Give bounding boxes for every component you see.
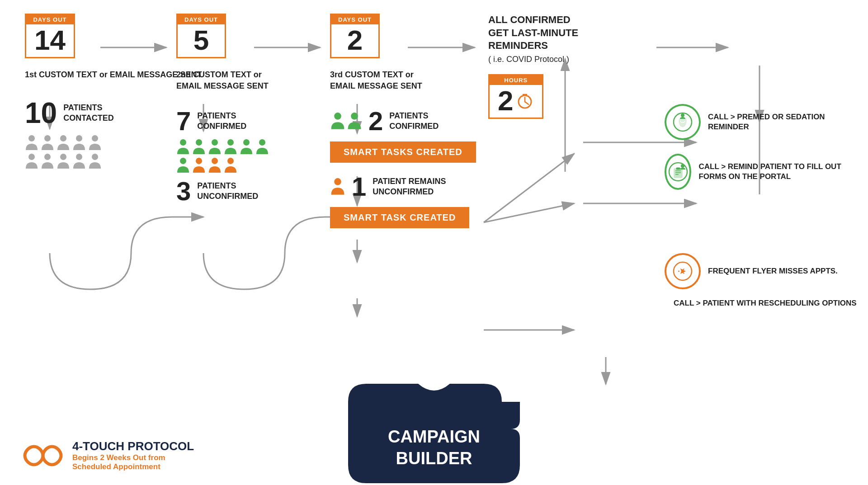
svg-point-44	[334, 178, 341, 185]
hours-badge: HOURS 2	[488, 74, 543, 119]
person-icon	[57, 153, 70, 170]
col1-stat: 10 PATIENTSCONTACTED	[25, 99, 202, 127]
smart-task-button[interactable]: SMART TASK CREATED	[330, 207, 469, 228]
person-icon	[88, 153, 102, 170]
branding-area: 4-TOUCH PROTOCOL Begins 2 Weeks Out from…	[23, 439, 194, 471]
svg-rect-57	[676, 168, 680, 170]
svg-point-39	[196, 158, 202, 164]
column-right-items: CALL > PREMED OR SEDATION REMINDER	[665, 104, 868, 315]
premed-circle	[665, 104, 701, 140]
days-out-badge-14: DAYS OUT 14	[25, 14, 75, 58]
brand-subtitle: Begins 2 Weeks Out fromScheduled Appoint…	[72, 453, 194, 471]
svg-point-36	[243, 139, 250, 146]
col3-confirmed: 2 PATIENTSCONFIRMED	[330, 108, 476, 134]
svg-point-42	[334, 113, 341, 120]
hours-section: HOURS 2	[488, 74, 578, 119]
hours-badge-num: 2	[490, 85, 542, 118]
campaign-builder: CAMPAIGN BUILDER	[348, 384, 520, 485]
reschedule-text: CALL > PATIENT WITH RESCHEDULING OPTIONS	[674, 298, 857, 308]
svg-point-28	[44, 154, 51, 160]
plane-circle	[665, 253, 701, 289]
days-out-badge-5: DAYS OUT 5	[176, 14, 226, 58]
column-2-days: DAYS OUT 2 3rd CUSTOM TEXT orEMAIL MESSA…	[330, 14, 476, 228]
svg-point-29	[60, 154, 66, 160]
badge-top-14: DAYS OUT	[26, 15, 74, 24]
reminder-text: ALL CONFIRMEDGET LAST-MINUTEREMINDERS( i…	[488, 14, 578, 65]
forms-icon	[668, 161, 689, 182]
svg-line-12	[484, 154, 574, 222]
svg-line-47	[525, 102, 528, 104]
col2-unconfirmed-label: PATIENTSUNCONFIRMED	[197, 181, 258, 202]
smart-tasks-button[interactable]: SMART TASKS CREATED	[330, 141, 476, 163]
forms-circle	[665, 154, 691, 190]
premed-text: CALL > PREMED OR SEDATION REMINDER	[708, 112, 868, 132]
svg-point-26	[92, 135, 98, 141]
days-out-badge-2: DAYS OUT 2	[330, 14, 380, 58]
svg-line-13	[484, 203, 574, 222]
person-green	[255, 139, 269, 155]
svg-point-32	[180, 139, 186, 146]
campaign-builder-shape: CAMPAIGN BUILDER	[348, 384, 520, 483]
col1-stat-label: PATIENTSCONTACTED	[63, 103, 114, 124]
frequent-flyer-text: FREQUENT FLYER MISSES APPTS.	[708, 266, 838, 276]
tooth-refresh-icon	[672, 112, 693, 132]
svg-point-38	[180, 158, 186, 164]
svg-point-24	[60, 135, 66, 141]
svg-point-27	[28, 154, 35, 160]
person-orange	[192, 157, 206, 174]
svg-point-33	[196, 139, 202, 146]
col2-unconfirmed-num: 3	[176, 178, 191, 204]
col2-message: 2nd CUSTOM TEXT orEMAIL MESSAGE SENT	[176, 69, 271, 92]
svg-text:CAMPAIGN: CAMPAIGN	[388, 427, 480, 446]
svg-point-40	[212, 158, 218, 164]
col1-stat-num: 10	[25, 99, 57, 127]
svg-point-31	[92, 154, 98, 160]
svg-point-25	[76, 135, 82, 141]
brand-title: 4-TOUCH PROTOCOL	[72, 439, 194, 453]
person-green	[208, 139, 222, 155]
col3-unconfirmed-num: 1	[352, 174, 366, 200]
svg-point-22	[28, 135, 35, 141]
col2-people	[176, 139, 271, 174]
person-green	[192, 139, 206, 155]
smart-task-btn-wrapper: SMART TASK CREATED	[330, 207, 476, 228]
badge-num-14: 14	[26, 24, 74, 57]
col1-message: 1st CUSTOM TEXT or EMAIL MESSAGE SENT	[25, 69, 202, 80]
svg-point-51	[681, 113, 684, 117]
svg-point-41	[227, 158, 234, 164]
main-container: DAYS OUT 14 1st CUSTOM TEXT or EMAIL MES…	[0, 0, 868, 485]
col3-unconfirmed: 1 PATIENT REMAINSUNCONFIRMED	[330, 174, 476, 200]
person-orange	[330, 178, 345, 196]
col1-people	[25, 135, 106, 170]
person-green	[240, 139, 253, 155]
column-5-days: DAYS OUT 5 2nd CUSTOM TEXT orEMAIL MESSA…	[176, 14, 271, 204]
col3-unconfirmed-label: PATIENT REMAINSUNCONFIRMED	[373, 176, 446, 198]
column-14-days: DAYS OUT 14 1st CUSTOM TEXT or EMAIL MES…	[25, 14, 202, 170]
column-hours: ALL CONFIRMEDGET LAST-MINUTEREMINDERS( i…	[488, 14, 578, 119]
person-icon	[57, 135, 70, 151]
brand-text: 4-TOUCH PROTOCOL Begins 2 Weeks Out from…	[72, 439, 194, 471]
svg-point-58	[681, 164, 684, 168]
person-icon	[25, 135, 38, 151]
forms-item: CALL > REMIND PATIENT TO FILL OUT FORMS …	[665, 154, 868, 190]
person-green	[224, 139, 237, 155]
frequent-flyer-item: FREQUENT FLYER MISSES APPTS.	[665, 253, 868, 289]
premed-item: CALL > PREMED OR SEDATION REMINDER	[665, 104, 868, 140]
hours-badge-top: HOURS	[490, 75, 542, 85]
svg-rect-53	[674, 169, 682, 178]
person-green	[330, 112, 345, 130]
col2-confirmed-num: 7	[176, 108, 191, 134]
person-icon	[41, 135, 54, 151]
person-icon	[88, 135, 102, 151]
timer-icon	[516, 92, 534, 110]
svg-point-30	[76, 154, 82, 160]
badge-num-2: 2	[339, 24, 371, 57]
col3-message: 3rd CUSTOM TEXT orEMAIL MESSAGE SENT	[330, 69, 476, 92]
reschedule-item: CALL > PATIENT WITH RESCHEDULING OPTIONS	[674, 298, 868, 308]
person-icon	[72, 153, 86, 170]
col2-confirmed: 7 PATIENTSCONFIRMED	[176, 108, 271, 134]
person-orange	[224, 157, 237, 174]
col3-confirmed-num: 2	[368, 108, 383, 134]
col3-people-icons	[330, 112, 362, 130]
badge-num-5: 5	[185, 24, 217, 57]
